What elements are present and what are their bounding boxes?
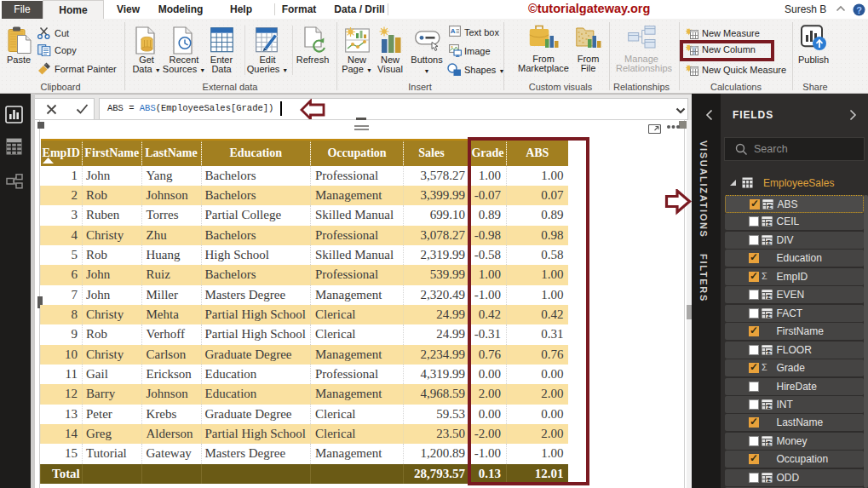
svg-text:Σ: Σ xyxy=(767,403,770,409)
svg-text:Σ: Σ xyxy=(767,312,770,318)
svg-text:Σ: Σ xyxy=(767,294,770,300)
svg-text:Σ: Σ xyxy=(767,204,771,210)
svg-text:A: A xyxy=(451,27,456,35)
svg-text:?: ? xyxy=(856,5,862,15)
svg-text:Σ: Σ xyxy=(767,348,770,354)
svg-text:Σ: Σ xyxy=(767,476,770,482)
svg-text:Σ: Σ xyxy=(767,238,770,244)
svg-text:Σ: Σ xyxy=(767,221,770,227)
svg-text:Σ: Σ xyxy=(767,439,770,445)
